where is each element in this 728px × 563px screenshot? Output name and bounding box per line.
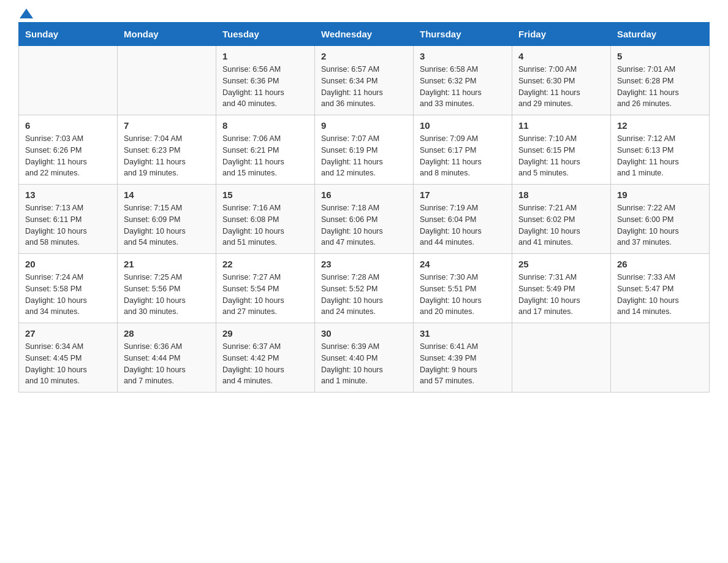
calendar-table: SundayMondayTuesdayWednesdayThursdayFrid… (18, 22, 710, 393)
day-number: 15 (222, 190, 308, 200)
calendar-cell: 14Sunrise: 7:15 AM Sunset: 6:09 PM Dayli… (118, 185, 216, 254)
day-info: Sunrise: 7:10 AM Sunset: 6:15 PM Dayligh… (518, 133, 604, 179)
day-info: Sunrise: 7:22 AM Sunset: 6:00 PM Dayligh… (617, 202, 703, 248)
day-info: Sunrise: 7:18 AM Sunset: 6:06 PM Dayligh… (321, 202, 407, 248)
weekday-header-saturday: Saturday (611, 23, 710, 46)
calendar-cell: 1Sunrise: 6:56 AM Sunset: 6:36 PM Daylig… (216, 46, 315, 115)
day-info: Sunrise: 6:39 AM Sunset: 4:40 PM Dayligh… (321, 341, 407, 387)
day-info: Sunrise: 7:28 AM Sunset: 5:52 PM Dayligh… (321, 272, 407, 318)
day-number: 11 (518, 120, 604, 131)
calendar-cell: 21Sunrise: 7:25 AM Sunset: 5:56 PM Dayli… (118, 254, 216, 323)
day-number: 7 (124, 120, 210, 131)
day-number: 28 (124, 328, 210, 339)
day-info: Sunrise: 7:19 AM Sunset: 6:04 PM Dayligh… (420, 202, 506, 248)
calendar-cell (19, 46, 118, 115)
day-number: 25 (518, 259, 604, 269)
day-info: Sunrise: 7:33 AM Sunset: 5:47 PM Dayligh… (617, 272, 703, 318)
day-number: 24 (420, 259, 506, 269)
calendar-cell (118, 46, 216, 115)
day-number: 4 (518, 51, 604, 61)
day-number: 18 (518, 190, 604, 200)
day-number: 12 (617, 120, 703, 131)
day-number: 13 (25, 190, 111, 200)
day-number: 16 (321, 190, 407, 200)
calendar-cell: 12Sunrise: 7:12 AM Sunset: 6:13 PM Dayli… (611, 115, 710, 185)
day-number: 26 (617, 259, 703, 269)
calendar-cell: 6Sunrise: 7:03 AM Sunset: 6:26 PM Daylig… (19, 115, 118, 185)
calendar-cell: 4Sunrise: 7:00 AM Sunset: 6:30 PM Daylig… (512, 46, 611, 115)
day-number: 31 (420, 328, 506, 339)
calendar-cell: 31Sunrise: 6:41 AM Sunset: 4:39 PM Dayli… (414, 323, 512, 393)
weekday-header-thursday: Thursday (414, 23, 512, 46)
day-info: Sunrise: 6:57 AM Sunset: 6:34 PM Dayligh… (321, 64, 407, 110)
calendar-cell (512, 323, 611, 393)
day-number: 21 (124, 259, 210, 269)
day-info: Sunrise: 6:41 AM Sunset: 4:39 PM Dayligh… (420, 341, 506, 387)
calendar-cell: 9Sunrise: 7:07 AM Sunset: 6:19 PM Daylig… (315, 115, 414, 185)
day-number: 8 (222, 120, 308, 131)
day-number: 29 (222, 328, 308, 339)
calendar-cell: 11Sunrise: 7:10 AM Sunset: 6:15 PM Dayli… (512, 115, 611, 185)
day-info: Sunrise: 7:27 AM Sunset: 5:54 PM Dayligh… (222, 272, 308, 318)
calendar-cell: 17Sunrise: 7:19 AM Sunset: 6:04 PM Dayli… (414, 185, 512, 254)
day-number: 9 (321, 120, 407, 131)
logo (18, 12, 33, 16)
weekday-header-tuesday: Tuesday (216, 23, 315, 46)
day-info: Sunrise: 7:06 AM Sunset: 6:21 PM Dayligh… (222, 133, 308, 179)
day-info: Sunrise: 6:56 AM Sunset: 6:36 PM Dayligh… (222, 64, 308, 110)
day-info: Sunrise: 7:09 AM Sunset: 6:17 PM Dayligh… (420, 133, 506, 179)
calendar-cell: 18Sunrise: 7:21 AM Sunset: 6:02 PM Dayli… (512, 185, 611, 254)
calendar-cell: 8Sunrise: 7:06 AM Sunset: 6:21 PM Daylig… (216, 115, 315, 185)
day-info: Sunrise: 6:36 AM Sunset: 4:44 PM Dayligh… (124, 341, 210, 387)
calendar-week-row: 20Sunrise: 7:24 AM Sunset: 5:58 PM Dayli… (19, 254, 710, 323)
day-info: Sunrise: 7:13 AM Sunset: 6:11 PM Dayligh… (25, 202, 111, 248)
day-number: 30 (321, 328, 407, 339)
svg-marker-0 (20, 9, 33, 18)
calendar-cell: 30Sunrise: 6:39 AM Sunset: 4:40 PM Dayli… (315, 323, 414, 393)
day-number: 27 (25, 328, 111, 339)
calendar-cell: 3Sunrise: 6:58 AM Sunset: 6:32 PM Daylig… (414, 46, 512, 115)
page-header (18, 12, 710, 16)
day-number: 22 (222, 259, 308, 269)
day-number: 6 (25, 120, 111, 131)
weekday-header-sunday: Sunday (19, 23, 118, 46)
calendar-cell: 29Sunrise: 6:37 AM Sunset: 4:42 PM Dayli… (216, 323, 315, 393)
calendar-cell: 5Sunrise: 7:01 AM Sunset: 6:28 PM Daylig… (611, 46, 710, 115)
day-info: Sunrise: 7:03 AM Sunset: 6:26 PM Dayligh… (25, 133, 111, 179)
calendar-cell: 23Sunrise: 7:28 AM Sunset: 5:52 PM Dayli… (315, 254, 414, 323)
day-number: 20 (25, 259, 111, 269)
calendar-week-row: 1Sunrise: 6:56 AM Sunset: 6:36 PM Daylig… (19, 46, 710, 115)
calendar-cell: 10Sunrise: 7:09 AM Sunset: 6:17 PM Dayli… (414, 115, 512, 185)
calendar-cell: 20Sunrise: 7:24 AM Sunset: 5:58 PM Dayli… (19, 254, 118, 323)
day-number: 5 (617, 51, 703, 61)
weekday-header-monday: Monday (118, 23, 216, 46)
calendar-cell (611, 323, 710, 393)
day-info: Sunrise: 7:31 AM Sunset: 5:49 PM Dayligh… (518, 272, 604, 318)
day-number: 10 (420, 120, 506, 131)
day-number: 14 (124, 190, 210, 200)
calendar-cell: 13Sunrise: 7:13 AM Sunset: 6:11 PM Dayli… (19, 185, 118, 254)
day-info: Sunrise: 7:16 AM Sunset: 6:08 PM Dayligh… (222, 202, 308, 248)
calendar-week-row: 13Sunrise: 7:13 AM Sunset: 6:11 PM Dayli… (19, 185, 710, 254)
calendar-cell: 25Sunrise: 7:31 AM Sunset: 5:49 PM Dayli… (512, 254, 611, 323)
calendar-cell: 26Sunrise: 7:33 AM Sunset: 5:47 PM Dayli… (611, 254, 710, 323)
day-number: 1 (222, 51, 308, 61)
day-info: Sunrise: 6:58 AM Sunset: 6:32 PM Dayligh… (420, 64, 506, 110)
day-info: Sunrise: 6:37 AM Sunset: 4:42 PM Dayligh… (222, 341, 308, 387)
day-info: Sunrise: 7:24 AM Sunset: 5:58 PM Dayligh… (25, 272, 111, 318)
day-info: Sunrise: 7:25 AM Sunset: 5:56 PM Dayligh… (124, 272, 210, 318)
day-number: 23 (321, 259, 407, 269)
day-info: Sunrise: 6:34 AM Sunset: 4:45 PM Dayligh… (25, 341, 111, 387)
calendar-week-row: 6Sunrise: 7:03 AM Sunset: 6:26 PM Daylig… (19, 115, 710, 185)
day-info: Sunrise: 7:15 AM Sunset: 6:09 PM Dayligh… (124, 202, 210, 248)
calendar-cell: 27Sunrise: 6:34 AM Sunset: 4:45 PM Dayli… (19, 323, 118, 393)
day-number: 2 (321, 51, 407, 61)
calendar-cell: 2Sunrise: 6:57 AM Sunset: 6:34 PM Daylig… (315, 46, 414, 115)
calendar-header-row: SundayMondayTuesdayWednesdayThursdayFrid… (19, 23, 710, 46)
day-info: Sunrise: 7:12 AM Sunset: 6:13 PM Dayligh… (617, 133, 703, 179)
calendar-cell: 24Sunrise: 7:30 AM Sunset: 5:51 PM Dayli… (414, 254, 512, 323)
day-info: Sunrise: 7:30 AM Sunset: 5:51 PM Dayligh… (420, 272, 506, 318)
day-info: Sunrise: 7:21 AM Sunset: 6:02 PM Dayligh… (518, 202, 604, 248)
day-info: Sunrise: 7:04 AM Sunset: 6:23 PM Dayligh… (124, 133, 210, 179)
day-info: Sunrise: 7:00 AM Sunset: 6:30 PM Dayligh… (518, 64, 604, 110)
